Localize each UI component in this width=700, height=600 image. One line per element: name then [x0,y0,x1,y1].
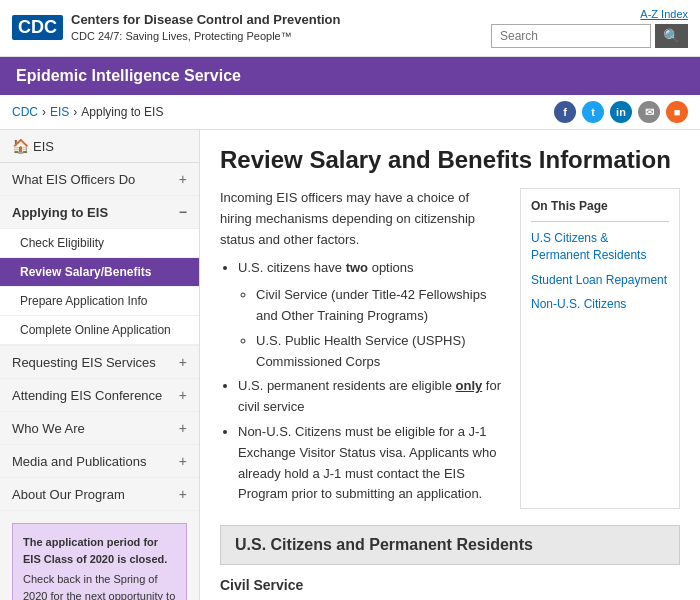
sidebar-submenu: Check Eligibility Review Salary/Benefits… [0,229,199,346]
expand-icon: + [179,453,187,469]
on-page-link-loan[interactable]: Student Loan Repayment [531,272,669,289]
expand-icon: + [179,420,187,436]
expand-icon: + [179,171,187,187]
expand-icon: + [179,486,187,502]
sidebar-item-about[interactable]: About Our Program + [0,478,199,511]
breadcrumb-current: Applying to EIS [81,105,163,119]
submenu-complete-online[interactable]: Complete Online Application [0,316,199,345]
facebook-icon[interactable]: f [554,101,576,123]
on-page-link-non-us[interactable]: Non-U.S. Citizens [531,296,669,313]
cdc-logo-text: Centers for Disease Control and Preventi… [71,11,340,45]
rss-icon[interactable]: ■ [666,101,688,123]
home-icon: 🏠 [12,138,29,154]
civil-service-header: Civil Service [220,577,680,593]
expand-icon: + [179,387,187,403]
az-index-link[interactable]: A-Z Index [640,8,688,20]
search-input[interactable] [491,24,651,48]
sidebar-item-applying[interactable]: Applying to EIS − [0,196,199,229]
sidebar-home[interactable]: 🏠 EIS [0,130,199,163]
main-layout: 🏠 EIS What EIS Officers Do + Applying to… [0,130,700,600]
sidebar-notice: The application period for EIS Class of … [12,523,187,600]
email-icon[interactable]: ✉ [638,101,660,123]
breadcrumb-eis[interactable]: EIS [50,105,69,119]
on-page-link-citizens[interactable]: U.S Citizens & Permanent Residents [531,230,669,264]
top-header: CDC Centers for Disease Control and Prev… [0,0,700,57]
linkedin-icon[interactable]: in [610,101,632,123]
sidebar-item-requesting[interactable]: Requesting EIS Services + [0,346,199,379]
cdc-logo: CDC [12,15,63,40]
search-area: 🔍 [491,24,688,48]
submenu-prepare-app[interactable]: Prepare Application Info [0,287,199,316]
search-button[interactable]: 🔍 [655,24,688,48]
content-intro: Incoming EIS officers may have a choice … [220,188,504,509]
sidebar-item-media[interactable]: Media and Publications + [0,445,199,478]
sidebar-item-attending[interactable]: Attending EIS Conference + [0,379,199,412]
banner: Epidemic Intelligence Service [0,57,700,95]
content-top: Incoming EIS officers may have a choice … [220,188,680,509]
sidebar-item-what-eis[interactable]: What EIS Officers Do + [0,163,199,196]
sidebar: 🏠 EIS What EIS Officers Do + Applying to… [0,130,200,600]
on-page-box: On This Page U.S Citizens & Permanent Re… [520,188,680,509]
sidebar-item-who[interactable]: Who We Are + [0,412,199,445]
page-title: Review Salary and Benefits Information [220,146,680,174]
content-area: Review Salary and Benefits Information I… [200,130,700,600]
social-icons: f t in ✉ ■ [554,101,688,123]
breadcrumb-cdc[interactable]: CDC [12,105,38,119]
submenu-review-salary[interactable]: Review Salary/Benefits [0,258,199,287]
twitter-icon[interactable]: t [582,101,604,123]
breadcrumb-bar: CDC › EIS › Applying to EIS f t in ✉ ■ [0,95,700,130]
breadcrumb: CDC › EIS › Applying to EIS [12,105,163,119]
submenu-check-eligibility[interactable]: Check Eligibility [0,229,199,258]
section-citizens-header: U.S. Citizens and Permanent Residents [220,525,680,565]
cdc-logo-area: CDC Centers for Disease Control and Prev… [12,11,340,45]
expand-icon: + [179,354,187,370]
collapse-icon: − [179,204,187,220]
